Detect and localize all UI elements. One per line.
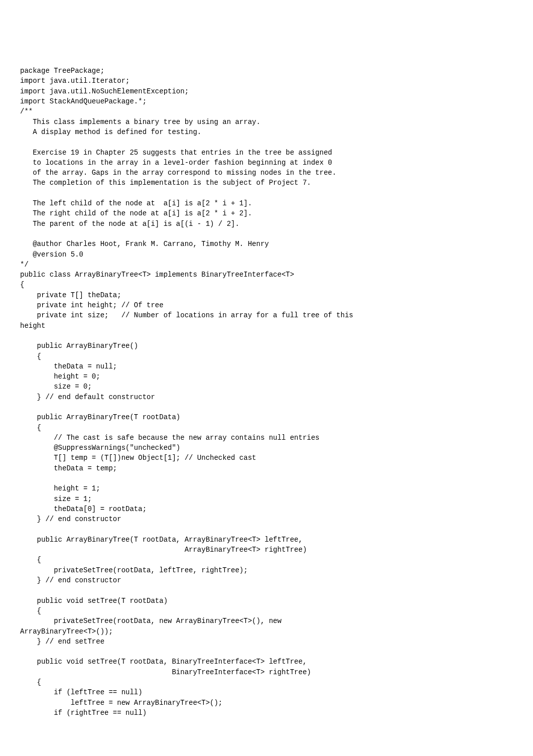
code-line: import java.util.NoSuchElementException; (20, 87, 189, 95)
code-line: A display method is defined for testing. (20, 128, 201, 136)
code-line: private int size; // Number of locations… (20, 311, 353, 319)
code-line: @version 5.0 (20, 250, 83, 259)
code-line: This class implements a binary tree by u… (20, 118, 260, 126)
code-line: private T[] theData; (20, 291, 121, 299)
code-line: public void setTree(T rootData) (20, 597, 168, 605)
code-line: height (20, 322, 45, 330)
code-line: import java.util.Iterator; (20, 77, 129, 85)
code-line: } // end constructor (20, 576, 121, 584)
code-line: height = 1; (20, 484, 100, 492)
code-line: } // end setTree (20, 638, 104, 646)
code-line: if (rightTree == null) (20, 709, 147, 717)
code-line: } // end default constructor (20, 393, 155, 401)
code-line: privateSetTree(rootData, new ArrayBinary… (20, 617, 282, 625)
code-line: @SuppressWarnings("unchecked") (20, 444, 180, 452)
code-line: public void setTree(T rootData, BinaryTr… (20, 658, 307, 666)
code-line: { (20, 556, 41, 564)
code-line: @author Charles Hoot, Frank M. Carrano, … (20, 240, 269, 248)
code-line: BinaryTreeInterface<T> rightTree) (20, 668, 311, 676)
code-line: leftTree = new ArrayBinaryTree<T>(); (20, 699, 222, 707)
code-line: theData[0] = rootData; (20, 505, 147, 513)
code-line: { (20, 678, 41, 686)
code-line: height = 0; (20, 372, 100, 381)
code-line: The completion of this implementation is… (20, 179, 311, 187)
code-line: to locations in the array in a level-ord… (20, 159, 332, 167)
code-line: privateSetTree(rootData, leftTree, right… (20, 566, 248, 574)
code-line: public ArrayBinaryTree() (20, 342, 138, 350)
code-line: ArrayBinaryTree<T>()); (20, 627, 113, 636)
code-line: } // end constructor (20, 515, 121, 523)
code-line: public class ArrayBinaryTree<T> implemen… (20, 271, 294, 279)
code-line: private int height; // Of tree (20, 301, 164, 309)
code-line: if (leftTree == null) (20, 688, 143, 696)
code-line: The left child of the node at a[i] is a[… (20, 199, 252, 207)
code-line: */ (20, 261, 29, 269)
code-line: theData = temp; (20, 464, 117, 472)
code-line: { (20, 424, 41, 432)
code-line: of the array. Gaps in the array correspo… (20, 169, 336, 177)
code-document: package TreePackage; import java.util.It… (20, 66, 513, 718)
code-line: size = 0; (20, 383, 92, 391)
code-line: public ArrayBinaryTree(T rootData, Array… (20, 536, 303, 544)
code-line: { (20, 281, 29, 289)
code-line: package TreePackage; (20, 67, 104, 75)
code-line: The parent of the node at a[i] is a[(i -… (20, 220, 239, 228)
code-line: import StackAndQueuePackage.*; (20, 97, 147, 105)
code-line: theData = null; (20, 362, 117, 370)
code-line: { (20, 352, 41, 360)
code-line: public ArrayBinaryTree(T rootData) (20, 413, 180, 421)
code-line: size = 1; (20, 495, 92, 503)
code-line: /** (20, 107, 33, 115)
code-line: ArrayBinaryTree<T> rightTree) (20, 546, 307, 554)
code-line: // The cast is safe because the new arra… (20, 434, 320, 442)
code-line: { (20, 607, 41, 615)
code-line: The right child of the node at a[i] is a… (20, 209, 252, 217)
code-line: T[] temp = (T[])new Object[1]; // Unchec… (20, 454, 256, 462)
code-line: Exercise 19 in Chapter 25 suggests that … (20, 149, 332, 157)
